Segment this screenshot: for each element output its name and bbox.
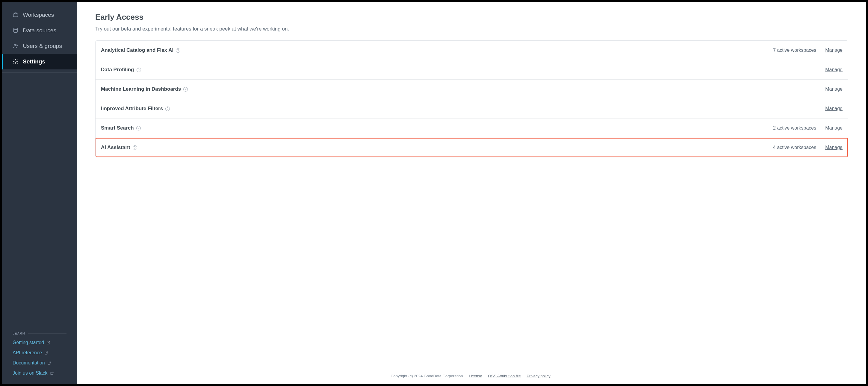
manage-link[interactable]: Manage bbox=[825, 86, 842, 92]
feature-row-attribute-filters: Improved Attribute Filters ? Manage bbox=[96, 99, 848, 118]
sidebar-item-workspaces[interactable]: Workspaces bbox=[2, 7, 77, 23]
page-title: Early Access bbox=[95, 12, 848, 22]
sidebar-spacer bbox=[2, 73, 77, 331]
sidebar-item-label: Data sources bbox=[23, 27, 56, 34]
svg-point-4 bbox=[15, 61, 17, 63]
learn-link-label: API reference bbox=[12, 350, 42, 355]
feature-row-smart-search: Smart Search ? 2 active workspaces Manag… bbox=[96, 118, 848, 138]
feature-name: Machine Learning in Dashboards ? bbox=[101, 86, 188, 92]
feature-status: 2 active workspaces bbox=[773, 126, 816, 131]
footer-link-oss[interactable]: OSS Attribution file bbox=[488, 374, 521, 378]
sidebar: Workspaces Data sources Users & groups bbox=[2, 2, 77, 384]
sidebar-item-settings[interactable]: Settings bbox=[2, 54, 77, 69]
help-icon[interactable]: ? bbox=[165, 107, 170, 111]
users-icon bbox=[12, 43, 19, 49]
footer-link-license[interactable]: License bbox=[469, 374, 482, 378]
feature-name-text: Analytical Catalog and Flex AI bbox=[101, 47, 174, 53]
feature-name-text: Improved Attribute Filters bbox=[101, 106, 163, 112]
sidebar-item-label: Settings bbox=[23, 58, 45, 65]
sidebar-nav: Workspaces Data sources Users & groups bbox=[2, 2, 77, 73]
help-icon[interactable]: ? bbox=[136, 126, 141, 131]
manage-link[interactable]: Manage bbox=[825, 106, 842, 111]
external-link-icon bbox=[50, 371, 54, 375]
feature-name-text: Smart Search bbox=[101, 125, 134, 131]
learn-link-documentation[interactable]: Documentation bbox=[12, 358, 66, 368]
help-icon[interactable]: ? bbox=[176, 48, 180, 52]
page-description: Try out our beta and experimental featur… bbox=[95, 26, 848, 32]
svg-point-3 bbox=[16, 44, 18, 46]
help-icon[interactable]: ? bbox=[183, 87, 188, 92]
features-panel: Analytical Catalog and Flex AI ? 7 activ… bbox=[95, 40, 848, 157]
app-root: Workspaces Data sources Users & groups bbox=[2, 2, 866, 384]
feature-name: AI Assistant ? bbox=[101, 144, 137, 150]
sidebar-item-label: Workspaces bbox=[23, 12, 54, 18]
sidebar-learn-section: LEARN Getting started API reference Docu… bbox=[2, 331, 77, 384]
learn-link-getting-started[interactable]: Getting started bbox=[12, 338, 66, 348]
feature-name: Data Profiling ? bbox=[101, 67, 141, 73]
content: Early Access Try out our beta and experi… bbox=[77, 2, 866, 370]
svg-point-2 bbox=[14, 44, 16, 46]
manage-link[interactable]: Manage bbox=[825, 126, 842, 131]
learn-link-label: Getting started bbox=[12, 340, 44, 345]
feature-name: Smart Search ? bbox=[101, 125, 141, 131]
help-icon[interactable]: ? bbox=[133, 145, 137, 150]
gear-icon bbox=[12, 59, 19, 65]
svg-rect-0 bbox=[13, 14, 18, 17]
external-link-icon bbox=[46, 341, 50, 345]
feature-name-text: Machine Learning in Dashboards bbox=[101, 86, 181, 92]
sidebar-item-data-sources[interactable]: Data sources bbox=[2, 23, 77, 38]
feature-name: Analytical Catalog and Flex AI ? bbox=[101, 47, 180, 53]
database-icon bbox=[12, 28, 19, 34]
feature-status: 4 active workspaces bbox=[773, 145, 816, 150]
footer: Copyright (c) 2024 GoodData Corporation … bbox=[77, 370, 866, 384]
workspaces-icon bbox=[12, 12, 19, 18]
help-icon[interactable]: ? bbox=[136, 68, 141, 72]
learn-link-slack[interactable]: Join us on Slack bbox=[12, 368, 66, 378]
feature-row-machine-learning: Machine Learning in Dashboards ? Manage bbox=[96, 80, 848, 99]
footer-link-privacy[interactable]: Privacy policy bbox=[527, 374, 550, 378]
learn-link-label: Join us on Slack bbox=[12, 371, 48, 376]
main: Early Access Try out our beta and experi… bbox=[77, 2, 866, 384]
feature-status: 7 active workspaces bbox=[773, 47, 816, 53]
feature-name-text: AI Assistant bbox=[101, 144, 130, 150]
learn-link-label: Documentation bbox=[12, 360, 45, 366]
external-link-icon bbox=[44, 351, 48, 355]
feature-name: Improved Attribute Filters ? bbox=[101, 106, 170, 112]
learn-heading: LEARN bbox=[12, 331, 66, 335]
sidebar-item-users-groups[interactable]: Users & groups bbox=[2, 38, 77, 54]
feature-row-data-profiling: Data Profiling ? Manage bbox=[96, 60, 848, 80]
svg-point-1 bbox=[13, 28, 18, 30]
footer-copyright: Copyright (c) 2024 GoodData Corporation bbox=[391, 374, 463, 378]
learn-link-api-reference[interactable]: API reference bbox=[12, 348, 66, 358]
manage-link[interactable]: Manage bbox=[825, 47, 842, 53]
external-link-icon bbox=[47, 361, 51, 365]
manage-link[interactable]: Manage bbox=[825, 145, 842, 150]
feature-name-text: Data Profiling bbox=[101, 67, 134, 73]
feature-row-ai-assistant: AI Assistant ? 4 active workspaces Manag… bbox=[96, 138, 848, 157]
feature-row-analytical-catalog: Analytical Catalog and Flex AI ? 7 activ… bbox=[96, 41, 848, 60]
sidebar-item-label: Users & groups bbox=[23, 43, 62, 49]
manage-link[interactable]: Manage bbox=[825, 67, 842, 72]
